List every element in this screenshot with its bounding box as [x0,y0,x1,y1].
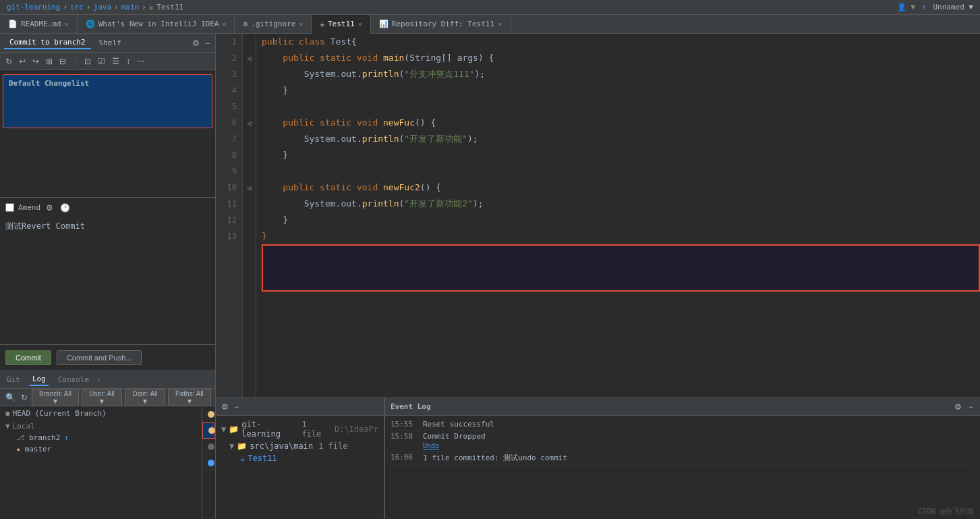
gn-9 [243,163,256,180]
tab-whats-new-close[interactable]: ✕ [222,20,226,28]
event-log-minus[interactable]: − [967,401,975,413]
code-line-1: public class Test{ [262,34,980,50]
event-2-content: Commit Dropped Undo [423,432,486,449]
java-link[interactable]: java [94,3,112,11]
event-log-row-2: 15:58 Commit Dropped Undo [391,431,975,452]
undo-changes-icon[interactable]: ↩ [18,55,27,67]
git-tree-repo[interactable]: ▼ 📁 git-learning 1 file D:\IdeaPr [219,418,381,440]
gn-8 [243,147,256,163]
git-refresh-icon[interactable]: ↻ [20,391,29,404]
git-filter-branch-btn[interactable]: Branch: All ▼ [32,389,79,406]
git-filter-user-btn[interactable]: User: All ▼ [82,389,122,406]
repo-name: git-learning [241,420,296,439]
git-commit-row-3[interactable]: origin/branch2 Merge bran chenwangkun 20… [202,439,215,455]
commit-and-push-button[interactable]: Commit and Push... [57,350,142,365]
git-details-minus[interactable]: − [233,401,240,413]
git-branch-branch2[interactable]: ⎇ branch2 ↑ [0,432,202,443]
tab-commit-branch[interactable]: Commit to branch2 [4,36,91,49]
master-label: master [25,445,52,454]
sort-icon[interactable]: ↕ [125,55,132,67]
more-options-icon[interactable]: ⋯ [136,55,146,67]
tab-test11[interactable]: ☕ Test11 ✕ [312,15,370,34]
ln-12: 12 [216,212,237,228]
event-log-gear[interactable]: ⚙ [953,401,963,413]
line-numbers: 1 2 3 4 5 6 7 8 9 10 11 12 13 [216,34,243,398]
event-log-panel: Event Log ⚙ − 15:55 Reset successful 15:… [384,398,980,519]
tab-repo-diff-close[interactable]: ✕ [498,20,502,28]
git-filter-date-btn[interactable]: Date: All ▼ [125,389,165,406]
tab-repo-diff[interactable]: 📊 Repository Diff: Test11 ✕ [371,15,511,34]
sep3: › [114,3,119,11]
amend-history-icon[interactable]: 🕐 [59,202,71,214]
git-branch-nav: ● HEAD (Current Branch) ▼ Local ⎇ branch… [0,406,202,519]
git-filter-paths-btn[interactable]: Paths: All ▼ [168,389,211,406]
gn-12 [243,212,256,228]
git-details-content: ▼ 📁 git-learning 1 file D:\IdeaPr ▼ 📁 sr… [216,416,384,519]
event-log-header: Event Log ⚙ − [385,398,980,416]
git-tab-console[interactable]: Console ✕ [55,374,104,385]
tab-gitignore-close[interactable]: ✕ [299,20,303,28]
git-commit-row-2[interactable]: 测试Revert Commit chenwangkun 2 minutes ag… [202,422,215,439]
file-link[interactable]: Test11 [156,3,183,11]
gn-11 [243,196,256,212]
project-link[interactable]: git-learning [7,3,60,11]
code-line-10: public static void newFuc2() { [262,180,980,196]
src-link[interactable]: src [70,3,84,11]
branch-icon: ⎇ [16,433,25,442]
amend-checkbox[interactable] [5,203,14,212]
git-commit-row-4[interactable]: master 测试冲… chenwangkun 2020/12/14 11:21 [202,455,215,471]
console-close-icon[interactable]: ✕ [96,375,101,384]
amend-settings-icon[interactable]: ⚙ [45,202,55,214]
git-details-toolbar: ⚙ − [216,398,384,416]
tab-whats-new[interactable]: 🌐 What's New in IntelliJ IDEA ✕ [78,15,235,34]
sep2: › [86,3,91,11]
diff-view-icon[interactable]: ⊡ [83,55,92,67]
amend-area: Amend ⚙ 🕐 [0,197,215,218]
git-tree-folder[interactable]: ▼ 📁 src\java\main 1 file [219,440,381,452]
gutter: ◁ ◁ ◁ [243,34,256,398]
git-tree-file[interactable]: ☕ Test11 [219,452,381,464]
tab-readme[interactable]: 📄 README.md ✕ [0,15,78,34]
master-star-icon: ★ [16,445,21,454]
git-branch-master[interactable]: ★ master [0,443,202,455]
commit-message-input[interactable]: 测试Revert Commit [5,221,210,342]
head-icon: ● [5,409,10,418]
search-icon[interactable]: 🔍 [4,391,17,404]
git-bottom-panel: Git Log Console ✕ 🔍 ↻ Branch: All ▼ User… [0,371,215,519]
whats-new-icon: 🌐 [86,20,95,28]
group-icon[interactable]: ☰ [111,55,121,67]
branch2-arrow-icon: ↑ [64,433,69,442]
sep4: › [142,3,146,11]
main-link[interactable]: main [121,3,140,11]
event-undo-link[interactable]: Undo [423,442,486,449]
amend-label: Amend [18,203,40,212]
expand-all-icon[interactable]: ⊞ [45,55,54,67]
commit-toolbar: Commit to branch2 Shelf ⚙ − [0,34,215,53]
settings-icon[interactable]: ⚙ [191,37,201,49]
left-panel: Commit to branch2 Shelf ⚙ − ↻ ↩ ↪ ⊞ ⊟ | … [0,34,216,519]
event-log-content: 15:55 Reset successful 15:58 Commit Drop… [385,416,980,503]
gn-6: ◁ [243,115,256,131]
commit-button[interactable]: Commit [5,350,51,365]
ln-11: 11 [216,196,237,212]
gn-1 [243,34,256,50]
git-head-row[interactable]: ● HEAD (Current Branch) [0,406,202,420]
tab-gitignore[interactable]: ⚙ .gitignore ✕ [235,15,312,34]
collapse-all-icon[interactable]: ⊟ [58,55,67,67]
tab-shelf[interactable]: Shelf [94,37,127,49]
git-commit-row-1[interactable]: branch2 Revert "测试Reve chenwangkun A min… [202,406,215,422]
code-line-9 [262,163,980,180]
tab-readme-close[interactable]: ✕ [65,20,69,28]
filter-icon[interactable]: ☑ [96,55,107,67]
changelist-area: Default Changelist [0,70,215,197]
right-bottom-section: ⚙ − ▼ 📁 git-learning 1 file D:\IdeaPr ▼ … [216,398,980,519]
default-changelist-item[interactable]: Default Changelist [3,74,212,128]
minimize-icon[interactable]: − [204,37,211,49]
refresh-icon[interactable]: ↻ [4,55,13,67]
redo-changes-icon[interactable]: ↪ [31,55,40,67]
git-tab-log[interactable]: Log [30,373,49,386]
git-details-gear[interactable]: ⚙ [220,401,230,413]
git-local-section[interactable]: ▼ Local [0,420,202,432]
git-tab-git[interactable]: Git [4,374,23,385]
tab-test11-close[interactable]: ✕ [358,20,362,28]
